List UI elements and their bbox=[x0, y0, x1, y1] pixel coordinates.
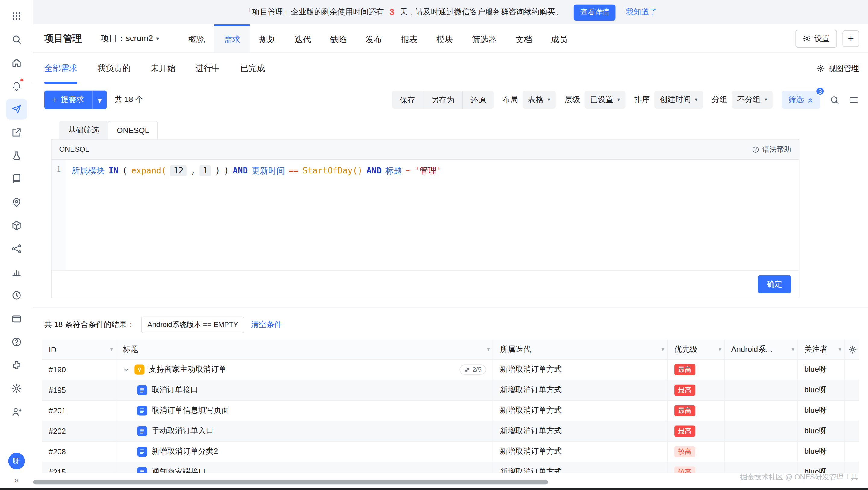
iteration-cell[interactable]: 新增取消订单方式 bbox=[493, 359, 668, 380]
restore-button[interactable]: 还原 bbox=[462, 91, 494, 109]
plugin-icon[interactable] bbox=[6, 355, 27, 376]
priority-cell[interactable]: 最高 bbox=[668, 421, 724, 441]
row-title-cell[interactable]: 取消订单接口 bbox=[116, 380, 493, 400]
level-select[interactable]: 已设置▾ bbox=[584, 91, 625, 109]
project-selector[interactable]: 项目：scrum2 ▾ bbox=[101, 33, 159, 44]
card-icon[interactable] bbox=[6, 308, 27, 329]
row-title[interactable]: 新增取消订单分类2 bbox=[152, 446, 218, 457]
column-filter-icon[interactable]: ▾ bbox=[661, 346, 664, 352]
table-row[interactable]: #201取消订单信息填写页面新增取消订单方式最高blue呀 bbox=[42, 401, 859, 421]
row-title-cell[interactable]: 手动取消订单入口 bbox=[116, 421, 493, 441]
invite-icon[interactable] bbox=[6, 401, 27, 423]
confirm-button[interactable]: 确定 bbox=[758, 276, 791, 293]
layout-select[interactable]: 表格▾ bbox=[523, 91, 556, 109]
priority-cell[interactable]: 较高 bbox=[668, 462, 724, 473]
view-tab-进行中[interactable]: 进行中 bbox=[195, 53, 220, 84]
column-filter-icon[interactable]: ▾ bbox=[718, 346, 721, 352]
priority-cell[interactable]: 较高 bbox=[668, 442, 724, 462]
row-title[interactable]: 取消订单信息填写页面 bbox=[152, 405, 229, 415]
save-as-button[interactable]: 另存为 bbox=[423, 91, 462, 109]
notifications-icon[interactable] bbox=[6, 76, 27, 96]
tab-筛选器[interactable]: 筛选器 bbox=[462, 24, 506, 53]
priority-cell[interactable]: 最高 bbox=[668, 380, 724, 400]
column-filter-icon[interactable]: ▾ bbox=[487, 346, 490, 352]
acknowledge-link[interactable]: 我知道了 bbox=[626, 7, 657, 17]
expand-chevron-icon[interactable] bbox=[123, 366, 130, 373]
group-select[interactable]: 不分组▾ bbox=[732, 91, 773, 109]
row-title[interactable]: 支持商家主动取消订单 bbox=[149, 365, 226, 375]
row-id[interactable]: #201 bbox=[42, 401, 116, 421]
onesql-editor[interactable]: 1 所属模块IN(expand(12,1))AND更新时间==StartOfDa… bbox=[52, 160, 799, 270]
tab-成员[interactable]: 成员 bbox=[541, 24, 577, 53]
follower-cell[interactable]: blue呀 bbox=[798, 421, 845, 441]
sort-select[interactable]: 创建时间▾ bbox=[654, 91, 703, 109]
tab-迭代[interactable]: 迭代 bbox=[285, 24, 321, 53]
testcase-icon[interactable] bbox=[6, 145, 27, 166]
android-version-cell[interactable] bbox=[724, 442, 798, 462]
table-settings-icon[interactable] bbox=[845, 340, 859, 359]
table-row[interactable]: #195取消订单接口新增取消订单方式最高blue呀 bbox=[42, 380, 859, 401]
clear-conditions-link[interactable]: 清空条件 bbox=[251, 320, 282, 330]
android-version-cell[interactable] bbox=[724, 462, 798, 473]
row-title-cell[interactable]: 支持商家主动取消订单2/5 bbox=[116, 359, 493, 380]
view-tab-已完成[interactable]: 已完成 bbox=[240, 53, 265, 84]
table-row[interactable]: #208新增取消订单分类2新增取消订单方式较高blue呀 bbox=[42, 442, 859, 462]
row-id[interactable]: #195 bbox=[42, 380, 116, 400]
help-icon[interactable] bbox=[6, 331, 27, 352]
add-demand-button[interactable]: +提需求 ▾ bbox=[44, 90, 107, 109]
row-title-cell[interactable]: 通知商家端接口 bbox=[116, 462, 493, 473]
android-version-cell[interactable] bbox=[724, 380, 798, 400]
iteration-cell[interactable]: 新增取消订单方式 bbox=[493, 442, 668, 462]
tab-发布[interactable]: 发布 bbox=[356, 24, 392, 53]
user-avatar[interactable]: 呀 bbox=[8, 453, 25, 469]
component-icon[interactable] bbox=[6, 215, 27, 236]
android-version-cell[interactable] bbox=[724, 421, 798, 441]
tab-文档[interactable]: 文档 bbox=[506, 24, 541, 53]
tab-onesql[interactable]: ONESQL bbox=[108, 121, 158, 139]
project-icon[interactable] bbox=[6, 99, 27, 120]
iteration-cell[interactable]: 新增取消订单方式 bbox=[493, 401, 668, 421]
column-filter-icon[interactable]: ▾ bbox=[110, 346, 113, 352]
column-header-3[interactable]: 优先级▾ bbox=[668, 340, 724, 359]
settings-icon[interactable] bbox=[6, 378, 27, 399]
follower-cell[interactable]: blue呀 bbox=[798, 380, 845, 400]
view-details-button[interactable]: 查看详情 bbox=[574, 4, 616, 20]
tab-需求[interactable]: 需求 bbox=[214, 24, 250, 53]
add-demand-dropdown[interactable]: ▾ bbox=[92, 90, 107, 109]
row-title-cell[interactable]: 取消订单信息填写页面 bbox=[116, 401, 493, 421]
tab-缺陷[interactable]: 缺陷 bbox=[321, 24, 356, 53]
iteration-cell[interactable]: 新增取消订单方式 bbox=[493, 462, 668, 473]
row-id[interactable]: #190 bbox=[42, 359, 116, 380]
follower-cell[interactable]: blue呀 bbox=[798, 401, 845, 421]
column-header-0[interactable]: ID▾ bbox=[42, 340, 116, 359]
android-version-cell[interactable] bbox=[724, 359, 798, 380]
view-manage-button[interactable]: 视图管理 bbox=[816, 53, 859, 84]
filter-button[interactable]: 筛选 3 bbox=[781, 91, 820, 109]
list-view-icon[interactable] bbox=[849, 94, 859, 105]
priority-cell[interactable]: 最高 bbox=[668, 359, 724, 380]
column-filter-icon[interactable]: ▾ bbox=[839, 346, 841, 352]
table-row[interactable]: #215通知商家端接口新增取消订单方式较高blue呀 bbox=[42, 462, 859, 473]
view-tab-未开始[interactable]: 未开始 bbox=[151, 53, 176, 84]
tab-规划[interactable]: 规划 bbox=[250, 24, 285, 53]
tab-basic-filter[interactable]: 基础筛选 bbox=[59, 121, 108, 139]
scrollbar-thumb[interactable] bbox=[33, 480, 548, 485]
search-icon[interactable] bbox=[829, 94, 840, 105]
iteration-cell[interactable]: 新增取消订单方式 bbox=[493, 380, 668, 400]
tab-报表[interactable]: 报表 bbox=[392, 24, 427, 53]
apps-grid-icon[interactable] bbox=[6, 5, 27, 27]
column-header-1[interactable]: 标题▾ bbox=[116, 340, 493, 359]
export-icon[interactable] bbox=[6, 122, 27, 143]
table-row[interactable]: #190支持商家主动取消订单2/5新增取消订单方式最高blue呀 bbox=[42, 359, 859, 380]
clock-icon[interactable] bbox=[6, 285, 27, 306]
follower-cell[interactable]: blue呀 bbox=[798, 462, 845, 473]
row-id[interactable]: #215 bbox=[42, 462, 116, 473]
row-title-cell[interactable]: 新增取消订单分类2 bbox=[116, 442, 493, 462]
condition-chip[interactable]: Android系统版本 == EMPTY bbox=[141, 317, 244, 333]
report-icon[interactable] bbox=[6, 262, 27, 283]
follower-cell[interactable]: blue呀 bbox=[798, 359, 845, 380]
home-icon[interactable] bbox=[6, 52, 27, 73]
row-title[interactable]: 手动取消订单入口 bbox=[152, 426, 214, 436]
column-header-5[interactable]: 关注者▾ bbox=[798, 340, 845, 359]
follower-cell[interactable]: blue呀 bbox=[798, 442, 845, 462]
